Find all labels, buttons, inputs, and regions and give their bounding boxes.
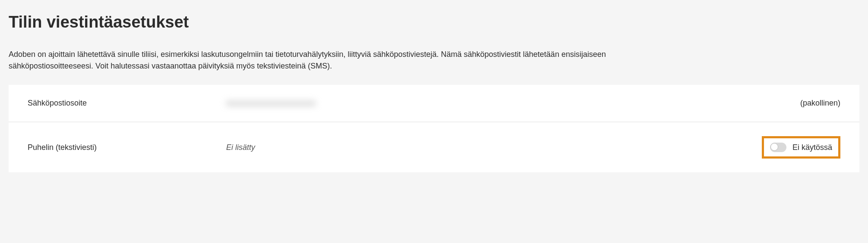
email-row: Sähköpostiosoite xxxxxxxxxxxxxxxxxxxxxxx… (9, 85, 859, 122)
email-status: (pakollinen) (800, 99, 840, 108)
sms-toggle-label: Ei käytössä (792, 143, 832, 152)
email-label: Sähköpostiosoite (28, 99, 226, 108)
email-value: xxxxxxxxxxxxxxxxxxxxxxx (226, 99, 800, 108)
phone-value: Ei lisätty (226, 143, 762, 152)
toggle-knob-icon (770, 143, 778, 151)
phone-label: Puhelin (tekstiviesti) (28, 143, 226, 152)
highlight-callout: Ei käytössä (762, 136, 840, 159)
phone-toggle-area: Ei käytössä (762, 136, 840, 159)
phone-row: Puhelin (tekstiviesti) Ei lisätty Ei käy… (9, 122, 859, 172)
phone-value-text: Ei lisätty (226, 143, 255, 152)
email-value-text: xxxxxxxxxxxxxxxxxxxxxxx (226, 99, 316, 108)
sms-toggle[interactable] (770, 143, 786, 152)
page-title: Tilin viestintäasetukset (9, 13, 859, 31)
settings-panel: Sähköpostiosoite xxxxxxxxxxxxxxxxxxxxxxx… (9, 85, 859, 172)
page-description: Adoben on ajoittain lähetettävä sinulle … (9, 49, 691, 72)
